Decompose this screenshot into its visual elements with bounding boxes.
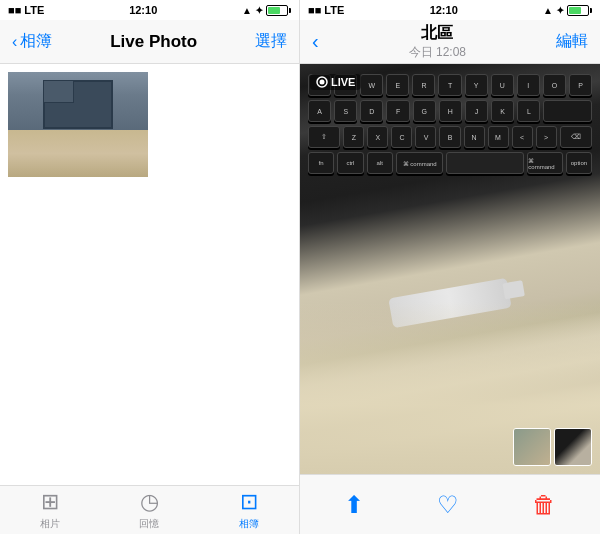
left-status-bar: ■■ LTE 12:10 ▲ ✦ (0, 0, 299, 20)
kb-key: R (412, 74, 435, 96)
kb-key: option (566, 152, 592, 174)
kb-key: V (415, 126, 436, 148)
heart-icon: ♡ (437, 491, 459, 518)
right-status-bar: ■■ LTE 12:10 ▲ ✦ (300, 0, 600, 20)
kb-key: N (464, 126, 485, 148)
main-photo[interactable]: W E R T Y U I O P A S D (300, 64, 600, 474)
kb-key: S (334, 100, 357, 122)
left-carrier: ■■ LTE (8, 4, 44, 16)
keyboard-image: W E R T Y U I O P A S D (300, 64, 600, 474)
right-page-title: 北區 (421, 23, 453, 44)
kb-key: B (439, 126, 460, 148)
chevron-left-icon: ‹ (12, 33, 17, 51)
kb-key: ⌘ command (396, 152, 444, 174)
kb-key: ⌘ command (527, 152, 562, 174)
kb-key: L (517, 100, 540, 122)
right-panel: ■■ LTE 12:10 ▲ ✦ ‹ 北區 今日 12:08 編輯 (300, 0, 600, 534)
left-battery (266, 5, 291, 16)
kb-key: A (308, 100, 331, 122)
live-icon (316, 76, 328, 88)
back-label: 相簿 (20, 31, 52, 52)
left-status-left: ■■ LTE (8, 4, 44, 16)
back-button[interactable]: ‹ 相簿 (12, 31, 52, 52)
delete-button[interactable]: 🗑 (532, 491, 556, 519)
kb-key: P (569, 74, 592, 96)
left-status-right: ▲ ✦ (242, 5, 291, 16)
live-badge: LIVE (310, 74, 361, 90)
keyboard-overlay: W E R T Y U I O P A S D (300, 64, 600, 310)
kb-key: Y (465, 74, 488, 96)
strip-thumb-2[interactable] (554, 428, 592, 466)
strip-thumb-1[interactable] (513, 428, 551, 466)
kb-key: alt (367, 152, 393, 174)
kb-spacebar (446, 152, 524, 174)
tab-memories-label: 回憶 (139, 517, 159, 531)
kb-key: X (367, 126, 388, 148)
kb-key: J (465, 100, 488, 122)
kb-row-2: A S D F G H J K L (308, 100, 592, 122)
kb-key: E (386, 74, 409, 96)
kb-key: I (517, 74, 540, 96)
kb-key: ⌫ (560, 126, 592, 148)
left-content (0, 64, 299, 485)
list-item[interactable] (8, 72, 148, 177)
kb-key: K (491, 100, 514, 122)
left-bluetooth-icon: ✦ (255, 5, 263, 16)
edit-button[interactable]: 編輯 (556, 31, 588, 52)
svg-point-1 (320, 80, 325, 85)
right-status-icons: ▲ ✦ (543, 5, 592, 16)
favorite-button[interactable]: ♡ (437, 491, 459, 519)
right-nav-bar: ‹ 北區 今日 12:08 編輯 (300, 20, 600, 64)
left-tab-bar: ⊞ 相片 ◷ 回憶 ⊡ 相簿 (0, 485, 299, 534)
right-content: W E R T Y U I O P A S D (300, 64, 600, 474)
left-panel: ■■ LTE 12:10 ▲ ✦ ‹ 相簿 Live Photo 選擇 (0, 0, 300, 534)
kb-key: F (386, 100, 409, 122)
kb-row-3: ⇧ Z X C V B N M < > ⌫ (308, 126, 592, 148)
kb-key: < (512, 126, 533, 148)
left-nav-bar: ‹ 相簿 Live Photo 選擇 (0, 20, 299, 64)
tab-photos[interactable]: ⊞ 相片 (20, 489, 80, 531)
thumb-strip (513, 428, 592, 466)
right-nav-center: 北區 今日 12:08 (409, 23, 466, 61)
tab-albums[interactable]: ⊡ 相簿 (219, 489, 279, 531)
right-toolbar: ⬆ ♡ 🗑 (300, 474, 600, 534)
photo-grid (8, 72, 291, 177)
tab-albums-label: 相簿 (239, 517, 259, 531)
kb-key: ⇧ (308, 126, 340, 148)
live-text: LIVE (331, 76, 355, 88)
right-bluetooth-icon: ✦ (556, 5, 564, 16)
kb-key: > (536, 126, 557, 148)
thumbnail-image (8, 72, 148, 177)
kb-key: H (439, 100, 462, 122)
share-button[interactable]: ⬆ (344, 491, 364, 519)
kb-key: C (391, 126, 412, 148)
kb-key: T (438, 74, 461, 96)
kb-row-4: fn ctrl alt ⌘ command ⌘ command option (308, 152, 592, 174)
right-carrier: ■■ LTE (308, 4, 344, 16)
share-icon: ⬆ (344, 491, 364, 518)
kb-key: M (488, 126, 509, 148)
select-button[interactable]: 選擇 (255, 31, 287, 52)
left-time: 12:10 (129, 4, 157, 16)
trash-icon: 🗑 (532, 491, 556, 518)
kb-key: fn (308, 152, 334, 174)
right-signal-icon: ▲ (543, 5, 553, 16)
photos-icon: ⊞ (41, 489, 59, 515)
albums-icon: ⊡ (240, 489, 258, 515)
tab-photos-label: 相片 (40, 517, 60, 531)
left-signal-icon: ▲ (242, 5, 252, 16)
right-back-button[interactable]: ‹ (312, 30, 319, 53)
kb-key: ctrl (337, 152, 363, 174)
kb-key: D (360, 100, 383, 122)
right-time: 12:10 (430, 4, 458, 16)
right-page-subtitle: 今日 12:08 (409, 44, 466, 61)
kb-key (543, 100, 592, 122)
page-title: Live Photo (110, 32, 197, 52)
kb-key: G (413, 100, 436, 122)
kb-key: U (491, 74, 514, 96)
tab-memories[interactable]: ◷ 回憶 (119, 489, 179, 531)
kb-key: W (360, 74, 383, 96)
kb-key: Z (343, 126, 364, 148)
memories-icon: ◷ (140, 489, 159, 515)
kb-key: O (543, 74, 566, 96)
